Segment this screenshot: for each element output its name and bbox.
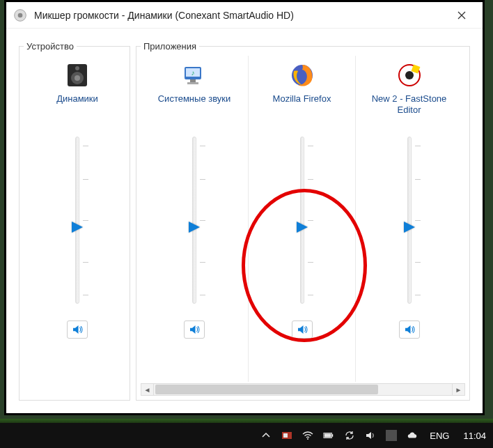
onedrive-icon[interactable] bbox=[406, 429, 418, 442]
tray-overflow-chevron-icon[interactable] bbox=[260, 429, 272, 442]
faststone-icon[interactable] bbox=[396, 61, 423, 89]
titlebar[interactable]: Микшер громкости - Динамики (Conexant Sm… bbox=[6, 2, 483, 29]
close-button[interactable] bbox=[448, 5, 476, 26]
svg-point-1 bbox=[18, 13, 23, 17]
sync-icon[interactable] bbox=[343, 429, 356, 442]
svg-rect-9 bbox=[187, 82, 198, 84]
slider-thumb[interactable] bbox=[297, 222, 308, 233]
window-title: Микшер громкости - Динамики (Conexant Sm… bbox=[34, 10, 448, 21]
channel-faststone: New 2 - FastStone Editor bbox=[355, 56, 462, 382]
scrollbar-thumb[interactable] bbox=[155, 385, 378, 394]
volume-icon[interactable] bbox=[364, 429, 377, 442]
svg-rect-16 bbox=[283, 433, 288, 438]
svg-text:♪: ♪ bbox=[191, 69, 195, 77]
app-icon bbox=[13, 8, 27, 22]
language-indicator[interactable]: ENG bbox=[427, 431, 452, 441]
scroll-right-arrow[interactable]: ► bbox=[452, 384, 464, 395]
battery-icon[interactable] bbox=[322, 429, 335, 442]
clock[interactable]: 11:04 bbox=[460, 431, 486, 441]
volume-slider[interactable] bbox=[396, 137, 423, 304]
volume-slider[interactable] bbox=[63, 137, 91, 304]
system-sounds-icon[interactable]: ♪ bbox=[180, 61, 208, 89]
volume-slider[interactable] bbox=[180, 137, 208, 304]
firefox-icon[interactable] bbox=[288, 61, 316, 89]
mute-button[interactable] bbox=[67, 320, 88, 339]
svg-point-17 bbox=[307, 438, 308, 440]
svg-point-5 bbox=[75, 66, 79, 70]
svg-rect-19 bbox=[332, 434, 334, 437]
channel-label[interactable]: New 2 - FastStone Editor bbox=[359, 93, 460, 117]
channel-speakers: Динамики bbox=[24, 56, 131, 341]
device-group: Устройство Динамики bbox=[19, 41, 130, 401]
device-group-label: Устройство bbox=[24, 41, 77, 52]
channel-firefox: Mozilla Firefox bbox=[248, 56, 355, 382]
horizontal-scrollbar[interactable]: ◄ ► bbox=[141, 383, 465, 396]
mute-button[interactable] bbox=[292, 320, 313, 339]
channel-label[interactable]: Mozilla Firefox bbox=[273, 93, 331, 117]
user-icon[interactable] bbox=[385, 429, 398, 442]
wifi-icon[interactable] bbox=[302, 429, 314, 442]
applications-group: Приложения ♪ Системные звуки bbox=[136, 41, 470, 401]
svg-point-13 bbox=[405, 71, 414, 79]
mute-button[interactable] bbox=[184, 320, 205, 339]
volume-mixer-window: Микшер громкости - Динамики (Conexant Sm… bbox=[4, 0, 485, 415]
scroll-left-arrow[interactable]: ◄ bbox=[141, 384, 154, 395]
slider-thumb[interactable] bbox=[72, 222, 83, 233]
channel-system-sounds: ♪ Системные звуки bbox=[141, 56, 248, 382]
speaker-device-icon[interactable] bbox=[63, 61, 91, 89]
volume-slider[interactable] bbox=[288, 137, 316, 304]
slider-thumb[interactable] bbox=[404, 222, 415, 233]
svg-rect-20 bbox=[324, 433, 331, 437]
channel-label[interactable]: Динамики bbox=[56, 93, 98, 117]
svg-rect-8 bbox=[190, 79, 196, 82]
mixer-content: Устройство Динамики Приложения bbox=[6, 29, 483, 413]
tray-app-icon[interactable] bbox=[281, 429, 293, 442]
slider-thumb[interactable] bbox=[189, 222, 200, 233]
mute-button[interactable] bbox=[399, 320, 420, 339]
applications-group-label: Приложения bbox=[141, 41, 199, 52]
channel-label[interactable]: Системные звуки bbox=[158, 93, 231, 117]
svg-rect-21 bbox=[386, 430, 397, 441]
taskbar[interactable]: ENG 11:04 bbox=[0, 423, 493, 448]
svg-point-4 bbox=[75, 75, 80, 81]
